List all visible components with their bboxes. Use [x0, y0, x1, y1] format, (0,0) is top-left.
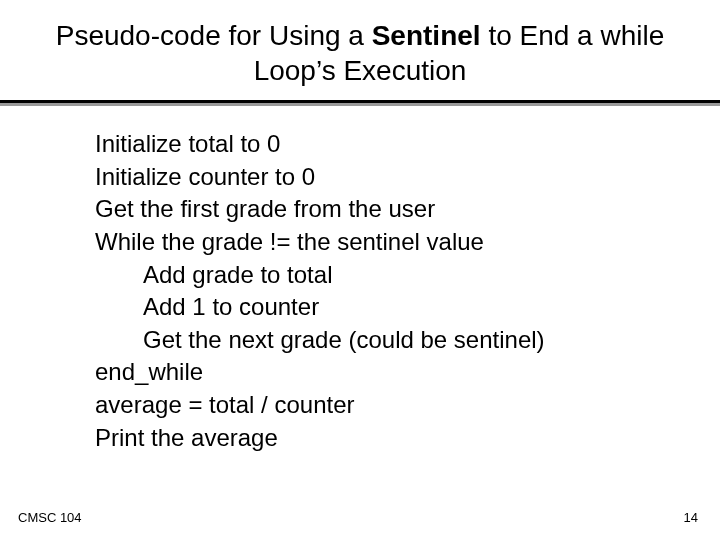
divider-light [0, 103, 720, 106]
title-bold: Sentinel [372, 20, 481, 51]
code-line: Get the first grade from the user [95, 193, 720, 226]
code-line: Initialize counter to 0 [95, 161, 720, 194]
code-line: While the grade != the sentinel value [95, 226, 720, 259]
footer-page-number: 14 [684, 510, 698, 525]
title-part1: Pseudo-code for Using a [56, 20, 372, 51]
code-line: Get the next grade (could be sentinel) [95, 324, 720, 357]
code-line: end_while [95, 356, 720, 389]
code-line: average = total / counter [95, 389, 720, 422]
slide: Pseudo-code for Using a Sentinel to End … [0, 0, 720, 540]
code-line: Add 1 to counter [95, 291, 720, 324]
code-line: Add grade to total [95, 259, 720, 292]
slide-title: Pseudo-code for Using a Sentinel to End … [0, 18, 720, 100]
divider [0, 100, 720, 106]
code-line: Print the average [95, 422, 720, 455]
code-line: Initialize total to 0 [95, 128, 720, 161]
footer-course: CMSC 104 [18, 510, 82, 525]
pseudocode-block: Initialize total to 0 Initialize counter… [0, 128, 720, 454]
